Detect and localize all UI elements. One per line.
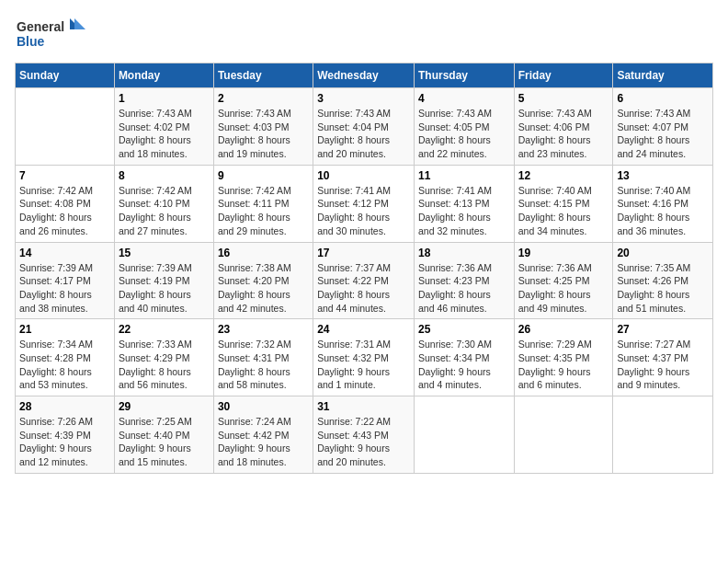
day-info: Sunrise: 7:41 AM Sunset: 4:12 PM Dayligh…: [317, 184, 410, 238]
day-number: 30: [218, 400, 309, 413]
calendar-cell: [613, 396, 713, 474]
day-info: Sunrise: 7:39 AM Sunset: 4:17 PM Dayligh…: [19, 261, 110, 316]
weekday-header: Saturday: [613, 63, 713, 88]
calendar-cell: 9Sunrise: 7:42 AM Sunset: 4:11 PM Daylig…: [213, 165, 313, 242]
svg-text:General: General: [17, 19, 64, 34]
calendar-cell: 29Sunrise: 7:25 AM Sunset: 4:40 PM Dayli…: [114, 396, 213, 474]
day-number: 14: [19, 247, 110, 259]
day-number: 7: [19, 169, 110, 182]
calendar-cell: 6Sunrise: 7:43 AM Sunset: 4:07 PM Daylig…: [613, 88, 713, 166]
calendar-cell: 12Sunrise: 7:40 AM Sunset: 4:15 PM Dayli…: [514, 165, 613, 242]
calendar-cell: 18Sunrise: 7:36 AM Sunset: 4:23 PM Dayli…: [414, 242, 514, 319]
day-number: 26: [518, 323, 609, 336]
calendar-cell: 4Sunrise: 7:43 AM Sunset: 4:05 PM Daylig…: [414, 88, 514, 166]
day-number: 13: [617, 169, 709, 182]
day-info: Sunrise: 7:39 AM Sunset: 4:19 PM Dayligh…: [119, 261, 210, 316]
calendar-cell: 27Sunrise: 7:27 AM Sunset: 4:37 PM Dayli…: [613, 319, 713, 396]
day-number: 12: [518, 169, 609, 182]
day-number: 19: [518, 247, 609, 259]
day-number: 21: [19, 323, 110, 336]
day-info: Sunrise: 7:25 AM Sunset: 4:40 PM Dayligh…: [119, 415, 210, 469]
day-number: 31: [317, 400, 410, 413]
day-number: 1: [119, 92, 210, 105]
logo-icon: GeneralBlue: [15, 15, 88, 52]
day-number: 22: [119, 323, 210, 336]
calendar-cell: 13Sunrise: 7:40 AM Sunset: 4:16 PM Dayli…: [613, 165, 713, 242]
svg-text:Blue: Blue: [17, 34, 45, 49]
day-info: Sunrise: 7:34 AM Sunset: 4:28 PM Dayligh…: [19, 338, 110, 392]
calendar-cell: 15Sunrise: 7:39 AM Sunset: 4:19 PM Dayli…: [114, 242, 213, 319]
day-info: Sunrise: 7:43 AM Sunset: 4:07 PM Dayligh…: [617, 107, 709, 161]
day-info: Sunrise: 7:41 AM Sunset: 4:13 PM Dayligh…: [418, 184, 510, 238]
day-number: 17: [317, 247, 410, 259]
day-number: 24: [317, 323, 410, 336]
calendar-cell: 26Sunrise: 7:29 AM Sunset: 4:35 PM Dayli…: [514, 319, 613, 396]
calendar-cell: 3Sunrise: 7:43 AM Sunset: 4:04 PM Daylig…: [313, 88, 415, 166]
day-number: 5: [518, 92, 609, 105]
day-number: 2: [218, 92, 309, 105]
day-info: Sunrise: 7:31 AM Sunset: 4:32 PM Dayligh…: [317, 338, 410, 392]
weekday-header: Friday: [514, 63, 613, 88]
calendar-cell: 28Sunrise: 7:26 AM Sunset: 4:39 PM Dayli…: [16, 396, 115, 474]
calendar-cell: 31Sunrise: 7:22 AM Sunset: 4:43 PM Dayli…: [313, 396, 415, 474]
calendar-cell: 19Sunrise: 7:36 AM Sunset: 4:25 PM Dayli…: [514, 242, 613, 319]
page-header: GeneralBlue: [15, 15, 713, 52]
weekday-header: Wednesday: [313, 63, 415, 88]
calendar-week-row: 7Sunrise: 7:42 AM Sunset: 4:08 PM Daylig…: [16, 165, 713, 242]
calendar-cell: 7Sunrise: 7:42 AM Sunset: 4:08 PM Daylig…: [16, 165, 115, 242]
day-info: Sunrise: 7:35 AM Sunset: 4:26 PM Dayligh…: [617, 261, 709, 316]
day-number: 29: [119, 400, 210, 413]
weekday-header: Tuesday: [213, 63, 313, 88]
day-number: 15: [119, 247, 210, 259]
calendar-cell: 24Sunrise: 7:31 AM Sunset: 4:32 PM Dayli…: [313, 319, 415, 396]
day-info: Sunrise: 7:43 AM Sunset: 4:06 PM Dayligh…: [518, 107, 609, 161]
day-info: Sunrise: 7:40 AM Sunset: 4:16 PM Dayligh…: [617, 184, 709, 238]
day-info: Sunrise: 7:42 AM Sunset: 4:08 PM Dayligh…: [19, 184, 110, 238]
weekday-header: Sunday: [16, 63, 115, 88]
day-number: 23: [218, 323, 309, 336]
calendar-cell: 23Sunrise: 7:32 AM Sunset: 4:31 PM Dayli…: [213, 319, 313, 396]
day-number: 18: [418, 247, 510, 259]
calendar-week-row: 28Sunrise: 7:26 AM Sunset: 4:39 PM Dayli…: [16, 396, 713, 474]
day-number: 4: [418, 92, 510, 105]
weekday-header-row: SundayMondayTuesdayWednesdayThursdayFrid…: [16, 63, 713, 88]
calendar-cell: 21Sunrise: 7:34 AM Sunset: 4:28 PM Dayli…: [16, 319, 115, 396]
day-number: 6: [617, 92, 709, 105]
calendar-cell: 10Sunrise: 7:41 AM Sunset: 4:12 PM Dayli…: [313, 165, 415, 242]
day-number: 20: [617, 247, 709, 259]
calendar-cell: [16, 88, 115, 166]
calendar-cell: 5Sunrise: 7:43 AM Sunset: 4:06 PM Daylig…: [514, 88, 613, 166]
calendar-cell: 14Sunrise: 7:39 AM Sunset: 4:17 PM Dayli…: [16, 242, 115, 319]
day-number: 27: [617, 323, 709, 336]
day-info: Sunrise: 7:29 AM Sunset: 4:35 PM Dayligh…: [518, 338, 609, 392]
calendar-cell: 2Sunrise: 7:43 AM Sunset: 4:03 PM Daylig…: [213, 88, 313, 166]
day-number: 25: [418, 323, 510, 336]
day-info: Sunrise: 7:27 AM Sunset: 4:37 PM Dayligh…: [617, 338, 709, 392]
calendar-cell: 8Sunrise: 7:42 AM Sunset: 4:10 PM Daylig…: [114, 165, 213, 242]
day-number: 28: [19, 400, 110, 413]
day-info: Sunrise: 7:38 AM Sunset: 4:20 PM Dayligh…: [218, 261, 309, 316]
calendar-cell: 11Sunrise: 7:41 AM Sunset: 4:13 PM Dayli…: [414, 165, 514, 242]
day-info: Sunrise: 7:43 AM Sunset: 4:04 PM Dayligh…: [317, 107, 410, 161]
weekday-header: Monday: [114, 63, 213, 88]
day-info: Sunrise: 7:24 AM Sunset: 4:42 PM Dayligh…: [218, 415, 309, 469]
day-info: Sunrise: 7:43 AM Sunset: 4:02 PM Dayligh…: [119, 107, 210, 161]
day-info: Sunrise: 7:43 AM Sunset: 4:05 PM Dayligh…: [418, 107, 510, 161]
calendar-cell: 17Sunrise: 7:37 AM Sunset: 4:22 PM Dayli…: [313, 242, 415, 319]
day-info: Sunrise: 7:42 AM Sunset: 4:11 PM Dayligh…: [218, 184, 309, 238]
day-info: Sunrise: 7:32 AM Sunset: 4:31 PM Dayligh…: [218, 338, 309, 392]
day-number: 8: [119, 169, 210, 182]
day-info: Sunrise: 7:26 AM Sunset: 4:39 PM Dayligh…: [19, 415, 110, 469]
day-info: Sunrise: 7:37 AM Sunset: 4:22 PM Dayligh…: [317, 261, 410, 316]
day-info: Sunrise: 7:43 AM Sunset: 4:03 PM Dayligh…: [218, 107, 309, 161]
day-info: Sunrise: 7:42 AM Sunset: 4:10 PM Dayligh…: [119, 184, 210, 238]
day-info: Sunrise: 7:40 AM Sunset: 4:15 PM Dayligh…: [518, 184, 609, 238]
calendar-cell: 1Sunrise: 7:43 AM Sunset: 4:02 PM Daylig…: [114, 88, 213, 166]
calendar-week-row: 14Sunrise: 7:39 AM Sunset: 4:17 PM Dayli…: [16, 242, 713, 319]
calendar-cell: 16Sunrise: 7:38 AM Sunset: 4:20 PM Dayli…: [213, 242, 313, 319]
day-info: Sunrise: 7:36 AM Sunset: 4:25 PM Dayligh…: [518, 261, 609, 316]
day-number: 9: [218, 169, 309, 182]
day-info: Sunrise: 7:30 AM Sunset: 4:34 PM Dayligh…: [418, 338, 510, 392]
logo: GeneralBlue: [15, 15, 88, 52]
calendar-table: SundayMondayTuesdayWednesdayThursdayFrid…: [15, 63, 713, 474]
